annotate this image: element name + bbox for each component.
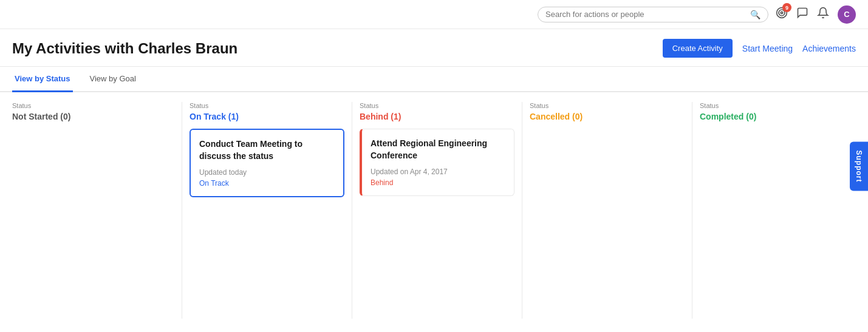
page-header: My Activities with Charles Braun Create … <box>0 29 868 67</box>
card-attend-conference[interactable]: Attend Regional Engineering Conference U… <box>360 129 514 196</box>
card-conduct-team-meeting[interactable]: Conduct Team Meeting to discuss the stat… <box>190 129 344 197</box>
column-not-started: Status Not Started (0) <box>12 102 182 319</box>
create-activity-button[interactable]: Create Activity <box>663 39 733 58</box>
goals-icon[interactable]: 9 <box>776 7 788 22</box>
card-title-conference: Attend Regional Engineering Conference <box>371 138 505 161</box>
header-actions: Create Activity Start Meeting Achievemen… <box>663 39 856 58</box>
support-button[interactable]: Support <box>850 141 868 191</box>
avatar[interactable]: C <box>838 5 856 24</box>
col-value-behind: Behind (1) <box>360 112 514 121</box>
start-meeting-button[interactable]: Start Meeting <box>742 44 793 53</box>
col-value-cancelled: Cancelled (0) <box>530 112 685 121</box>
tab-view-by-status[interactable]: View by Status <box>12 67 73 92</box>
col-label-cancelled: Status <box>530 102 685 109</box>
col-value-completed: Completed (0) <box>700 112 855 121</box>
tab-view-by-goal[interactable]: View by Goal <box>87 67 138 92</box>
column-on-track: Status On Track (1) Conduct Team Meeting… <box>182 102 352 319</box>
svg-point-2 <box>781 12 782 13</box>
search-bar[interactable]: 🔍 <box>538 7 768 22</box>
column-behind: Status Behind (1) Attend Regional Engine… <box>352 102 522 319</box>
col-label-on-track: Status <box>190 102 344 109</box>
nav-icons: 9 C <box>776 5 856 24</box>
top-nav: 🔍 9 C <box>0 0 868 29</box>
notification-badge: 9 <box>782 3 791 12</box>
col-value-on-track: On Track (1) <box>190 112 344 121</box>
col-label-completed: Status <box>700 102 855 109</box>
column-cancelled: Status Cancelled (0) <box>522 102 692 319</box>
achievements-button[interactable]: Achievements <box>802 44 856 53</box>
card-updated-conduct: Updated today <box>199 168 335 177</box>
search-input[interactable] <box>545 10 750 19</box>
column-completed: Status Completed (0) <box>692 102 863 319</box>
bell-icon[interactable] <box>817 7 829 22</box>
card-title-conduct: Conduct Team Meeting to discuss the stat… <box>199 138 335 162</box>
page-title: My Activities with Charles Braun <box>12 40 238 57</box>
col-label-behind: Status <box>360 102 514 109</box>
tabs: View by Status View by Goal <box>0 67 868 92</box>
card-updated-conference: Updated on Apr 4, 2017 <box>371 168 505 176</box>
kanban-board: Status Not Started (0) Status On Track (… <box>0 92 868 328</box>
search-icon: 🔍 <box>750 10 760 19</box>
card-status-conduct: On Track <box>199 179 335 188</box>
card-status-conference: Behind <box>371 178 505 187</box>
col-label-not-started: Status <box>12 102 174 109</box>
col-value-not-started: Not Started (0) <box>12 112 174 121</box>
chat-icon[interactable] <box>796 7 808 22</box>
